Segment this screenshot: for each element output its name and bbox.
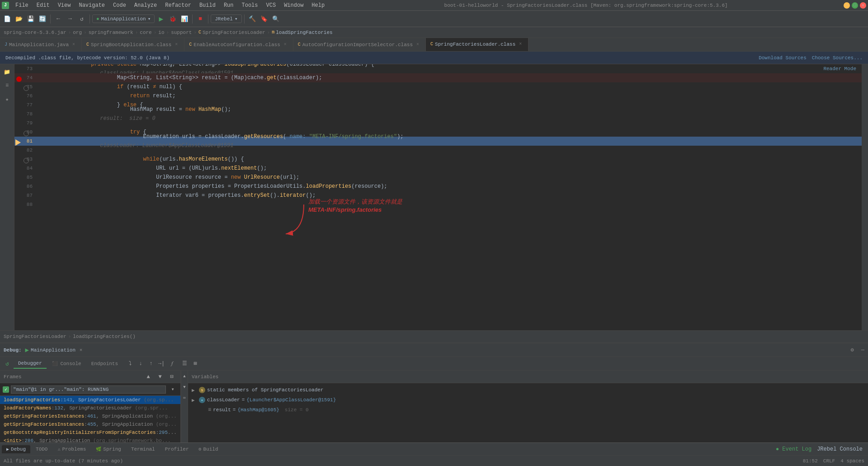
menu-vcs[interactable]: VCS: [263, 1, 280, 10]
search-button[interactable]: 🔍: [270, 14, 281, 24]
bottom-breadcrumb-method[interactable]: loadSpringFactories(): [73, 334, 136, 339]
bottom-tab-todo[interactable]: TODO: [31, 445, 52, 453]
open-button[interactable]: 📂: [14, 14, 24, 24]
back-button[interactable]: ←: [53, 14, 64, 24]
event-log-link[interactable]: ● Event Log: [776, 446, 811, 452]
debug-tab-debugger[interactable]: Debugger: [14, 359, 47, 369]
tab-close-button[interactable]: ×: [282, 42, 288, 48]
breadcrumb-method[interactable]: m loadSpringFactories: [272, 30, 332, 35]
tab-spring-factories-loader[interactable]: C SpringFactoriesLoader.class ×: [426, 38, 528, 52]
evaluate-expression-button[interactable]: 𝑓: [167, 359, 177, 369]
minimize-button[interactable]: —: [844, 2, 850, 9]
code-scroll-area[interactable]: 73 private static Map<String, List<Strin…: [14, 64, 862, 330]
run-button[interactable]: ▶: [156, 14, 166, 24]
bottom-breadcrumb-class[interactable]: SpringFactoriesLoader: [4, 334, 66, 339]
step-into-button[interactable]: ↓: [136, 359, 146, 369]
menu-edit[interactable]: Edit: [33, 1, 53, 10]
tab-close-button[interactable]: ×: [173, 42, 179, 48]
coverage-button[interactable]: 📊: [179, 14, 190, 24]
encoding-indicator[interactable]: CRLF: [823, 458, 835, 464]
menu-file[interactable]: File: [12, 1, 32, 10]
tab-auto-configuration-import-selector[interactable]: C AutoConfigurationImportSelector.class …: [293, 38, 426, 52]
var-expand-classloader[interactable]: ▶: [192, 397, 197, 403]
debug-collapse-button[interactable]: —: [861, 347, 864, 353]
stop-button[interactable]: ■: [195, 14, 206, 24]
line-col-indicator[interactable]: 81:52: [803, 458, 818, 464]
frames-filter-button[interactable]: ⊟: [167, 372, 177, 382]
menu-window[interactable]: Window: [280, 1, 307, 10]
tab-class-icon: C: [298, 42, 301, 47]
indent-indicator[interactable]: 4 spaces: [840, 458, 864, 464]
bottom-tab-bar: ▶ Debug TODO ⚠ Problems 🌿 Spring Termina…: [0, 442, 868, 455]
bookmark-button[interactable]: 🔖: [259, 14, 269, 24]
menu-analyze[interactable]: Analyze: [131, 1, 160, 10]
tab-close-button[interactable]: ×: [517, 41, 524, 48]
sync-button[interactable]: 🔄: [37, 14, 48, 24]
debug-button[interactable]: 🐞: [167, 14, 178, 24]
bottom-tab-debug[interactable]: ▶ Debug: [2, 445, 30, 453]
breadcrumb-springframework[interactable]: springframework: [89, 30, 133, 35]
frame-item-1[interactable]: loadFactoryNames:132, SpringFactoriesLoa…: [0, 404, 180, 412]
menu-code[interactable]: Code: [109, 1, 130, 10]
run-to-cursor-button[interactable]: →|: [156, 359, 166, 369]
frames-down-button[interactable]: ▼: [155, 372, 165, 382]
new-file-button[interactable]: 📄: [2, 14, 13, 24]
menu-view[interactable]: View: [54, 1, 75, 10]
bottom-tab-problems[interactable]: ⚠ Problems: [53, 445, 90, 453]
download-sources-link[interactable]: Download Sources: [759, 55, 807, 61]
debug-tab-endpoints[interactable]: Endpoints: [87, 359, 123, 368]
maximize-button[interactable]: □: [852, 2, 858, 9]
save-button[interactable]: 💾: [25, 14, 36, 24]
tab-main-application[interactable]: J MainApplication.java ×: [0, 38, 82, 52]
variables-toggle-button[interactable]: ⊞: [190, 359, 200, 369]
frame-item-3[interactable]: getSpringFactoriesInstances:455, SpringA…: [0, 420, 180, 428]
breadcrumb-support[interactable]: support: [171, 30, 192, 35]
step-out-button[interactable]: ↑: [146, 359, 156, 369]
breadcrumb-jar[interactable]: spring-core-5.3.6.jar: [4, 30, 66, 35]
build-button[interactable]: 🔨: [247, 14, 258, 24]
tab-enable-auto-configuration[interactable]: C EnableAutoConfiguration.class ×: [184, 38, 293, 52]
debug-tab-console[interactable]: ⬛ Console: [47, 359, 86, 368]
debug-close-button[interactable]: ×: [77, 347, 85, 354]
jrebel-config[interactable]: JRebel ▾: [211, 14, 241, 23]
frame-item-5[interactable]: <init>:286, SpringApplication (org.sprin…: [0, 437, 180, 442]
project-icon[interactable]: 📁: [1, 66, 13, 78]
bottom-tab-profiler[interactable]: Profiler: [160, 445, 193, 453]
tab-close-button[interactable]: ×: [71, 42, 77, 48]
breadcrumb-io[interactable]: io: [158, 30, 164, 35]
jrebel-console-link[interactable]: JRebel Console: [817, 446, 863, 452]
frames-toggle-button[interactable]: ☰: [179, 359, 189, 369]
menu-refactor[interactable]: Refactor: [161, 1, 195, 10]
structure-icon[interactable]: ≡: [1, 80, 13, 91]
debug-restart-button[interactable]: ↺: [2, 358, 13, 369]
close-button[interactable]: ✕: [860, 2, 866, 9]
menu-navigate[interactable]: Navigate: [75, 1, 108, 10]
frame-item-2[interactable]: getSpringFactoriesInstances:461, SpringA…: [0, 412, 180, 420]
tab-spring-boot-application[interactable]: C SpringBootApplication.class ×: [82, 38, 184, 52]
var-expand-static[interactable]: ▶: [192, 387, 197, 393]
frames-up-button[interactable]: ▲: [143, 372, 153, 382]
frame-item-0[interactable]: loadSpringFactories:143, SpringFactories…: [0, 396, 180, 404]
bottom-tab-build[interactable]: ⚙ Build: [194, 445, 223, 453]
bottom-tab-todo-label: TODO: [36, 447, 47, 452]
menu-build[interactable]: Build: [196, 1, 219, 10]
tab-close-button[interactable]: ×: [415, 42, 421, 48]
breadcrumb-org[interactable]: org: [73, 30, 82, 35]
debug-settings-button[interactable]: ⚙: [851, 347, 854, 353]
forward-button[interactable]: →: [65, 14, 75, 24]
run-config-selector[interactable]: ● MainApplication ▾: [92, 14, 155, 23]
thread-dropdown-arrow[interactable]: ▾: [168, 385, 178, 395]
bottom-tab-terminal[interactable]: Terminal: [127, 445, 160, 453]
thread-dropdown[interactable]: "main"@1 in gr..."main": RUNNING: [11, 385, 166, 394]
step-over-button[interactable]: ⤵: [125, 359, 135, 369]
bottom-tab-spring[interactable]: 🌿 Spring: [91, 445, 126, 453]
breadcrumb-core[interactable]: core: [140, 30, 151, 35]
frame-item-4[interactable]: getBootstrapRegistryInitializersFromSpri…: [0, 428, 180, 437]
menu-help[interactable]: Help: [308, 1, 328, 10]
favorites-icon[interactable]: ★: [1, 93, 13, 105]
menu-run[interactable]: Run: [220, 1, 237, 10]
undo-button[interactable]: ↺: [76, 14, 87, 24]
breadcrumb-class[interactable]: C SpringFactoriesLoader: [198, 30, 265, 35]
menu-tools[interactable]: Tools: [238, 1, 262, 10]
choose-sources-link[interactable]: Choose Sources...: [812, 55, 863, 61]
